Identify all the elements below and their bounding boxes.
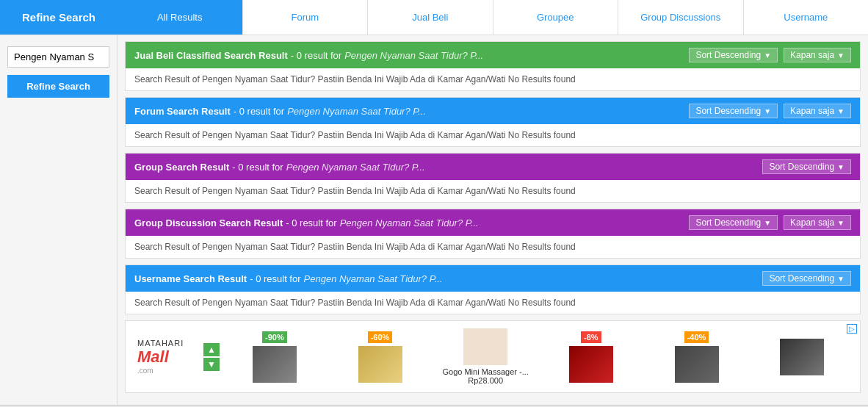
ad-sublabel-2: Gogo Mini Massager -... Rp28.000 — [442, 367, 528, 385]
ad-prev-button[interactable]: ▲ — [203, 343, 220, 356]
result-query-username: Pengen Nyaman Saat Tidur? P... — [304, 273, 763, 284]
ad-badge-1: -60% — [368, 331, 393, 343]
ad-img-0 — [253, 346, 297, 383]
result-zero-username: - 0 result for — [250, 273, 300, 284]
results-container: Jual Beli Classified Search Result - 0 r… — [125, 41, 861, 314]
result-header-jual-beli: Jual Beli Classified Search Result - 0 r… — [126, 42, 860, 68]
result-controls-jual-beli: Sort Descending ▼Kapan saja ▼ — [689, 48, 851, 62]
ad-icon: ▷ — [847, 324, 857, 334]
ad-item-3[interactable]: -8% — [540, 328, 642, 385]
sort-button-group-discussion[interactable]: Sort Descending ▼ — [689, 215, 778, 230]
nav-tab-username[interactable]: Username — [744, 0, 869, 35]
result-query-group: Pengen Nyaman Saat Tidur? P... — [286, 162, 763, 173]
ad-item-0[interactable]: -90% — [224, 328, 325, 385]
result-section-group: Group Search Result - 0 result for Penge… — [125, 153, 861, 203]
result-header-group-discussion: Group Discussion Search Result - 0 resul… — [126, 209, 860, 236]
result-header-username: Username Search Result - 0 result for Pe… — [126, 265, 860, 292]
result-zero-forum: - 0 result for — [234, 106, 284, 117]
matahari-logo: MATAHARI Mall .com — [133, 334, 199, 379]
result-title-group-discussion: Group Discussion Search Result — [134, 217, 283, 228]
sort-button-jual-beli[interactable]: Sort Descending ▼ — [689, 48, 778, 62]
ad-next-button[interactable]: ▼ — [203, 358, 220, 371]
result-controls-group: Sort Descending ▼ — [762, 159, 851, 174]
result-body-jual-beli: Search Result of Pengen Nyaman Saat Tidu… — [126, 68, 860, 90]
nav-tab-group-discussions[interactable]: Group Discussions — [618, 0, 744, 35]
main-content: Jual Beli Classified Search Result - 0 r… — [117, 35, 868, 405]
result-section-username: Username Search Result - 0 result for Pe… — [125, 264, 861, 314]
result-body-group-discussion: Search Result of Pengen Nyaman Saat Tidu… — [126, 236, 860, 258]
result-controls-username: Sort Descending ▼ — [762, 271, 851, 286]
result-body-username: Search Result of Pengen Nyaman Saat Tidu… — [126, 292, 860, 314]
mall-logo-text: Mall — [137, 347, 195, 367]
top-nav: Refine Search All ResultsForumJual BeliG… — [0, 0, 868, 35]
nav-tab-jual-beli[interactable]: Jual Beli — [368, 0, 493, 35]
ad-item-4[interactable]: -40% — [646, 328, 748, 385]
ad-item-2[interactable]: Gogo Mini Massager -... Rp28.000 — [435, 328, 536, 385]
matahari-dotcom: .com — [137, 367, 195, 375]
ad-items: -90%-60%Gogo Mini Massager -... Rp28.000… — [224, 328, 853, 385]
result-zero-group: - 0 result for — [232, 162, 283, 173]
result-controls-forum: Sort Descending ▼Kapan saja ▼ — [689, 104, 851, 118]
kapan-button-forum[interactable]: Kapan saja ▼ — [784, 104, 851, 118]
result-body-forum: Search Result of Pengen Nyaman Saat Tidu… — [126, 124, 860, 146]
kapan-button-jual-beli[interactable]: Kapan saja ▼ — [784, 48, 851, 62]
result-query-jual-beli: Pengen Nyaman Saat Tidur? P... — [344, 50, 689, 61]
nav-tabs: All ResultsForumJual BeliGroupeeGroup Di… — [117, 0, 868, 35]
ad-img-4 — [675, 346, 719, 383]
ad-img-5 — [780, 339, 824, 375]
result-zero-group-discussion: - 0 result for — [286, 217, 336, 228]
result-section-jual-beli: Jual Beli Classified Search Result - 0 r… — [125, 41, 861, 91]
sort-button-username[interactable]: Sort Descending ▼ — [762, 271, 851, 286]
result-section-forum: Forum Search Result - 0 result for Penge… — [125, 97, 861, 147]
ad-badge-3: -8% — [581, 331, 601, 343]
result-header-group: Group Search Result - 0 result for Penge… — [126, 154, 860, 180]
result-title-group: Group Search Result — [134, 162, 229, 173]
kapan-button-group-discussion[interactable]: Kapan saja ▼ — [784, 215, 851, 230]
sort-button-group[interactable]: Sort Descending ▼ — [762, 159, 851, 174]
result-body-group: Search Result of Pengen Nyaman Saat Tidu… — [126, 180, 860, 202]
nav-tab-all-results[interactable]: All Results — [117, 0, 243, 35]
result-title-username: Username Search Result — [134, 273, 247, 284]
result-header-forum: Forum Search Result - 0 result for Penge… — [126, 98, 860, 124]
refine-search-button[interactable]: Refine Search — [7, 75, 109, 98]
ad-img-2 — [463, 328, 507, 365]
sidebar: Refine Search — [0, 35, 117, 405]
result-query-group-discussion: Pengen Nyaman Saat Tidur? P... — [340, 217, 690, 228]
main-layout: Refine Search Jual Beli Classified Searc… — [0, 35, 868, 405]
sort-button-forum[interactable]: Sort Descending ▼ — [689, 104, 778, 118]
ad-item-1[interactable]: -60% — [330, 328, 431, 385]
result-title-forum: Forum Search Result — [134, 106, 231, 117]
ad-nav-arrows: ▲ ▼ — [203, 343, 220, 371]
ad-img-3 — [569, 346, 613, 383]
ad-item-5[interactable] — [751, 328, 853, 385]
ad-img-1 — [358, 346, 402, 383]
result-section-group-discussion: Group Discussion Search Result - 0 resul… — [125, 209, 861, 259]
nav-tab-groupee[interactable]: Groupee — [493, 0, 619, 35]
ad-badge-4: -40% — [684, 331, 709, 343]
matahari-text: MATAHARI — [137, 339, 195, 347]
result-title-jual-beli: Jual Beli Classified Search Result — [134, 50, 288, 61]
refine-search-label: Refine Search — [0, 0, 117, 35]
nav-tab-forum[interactable]: Forum — [243, 0, 369, 35]
result-query-forum: Pengen Nyaman Saat Tidur? P... — [287, 106, 689, 117]
ad-banner: ▷ MATAHARI Mall .com ▲ ▼ -90%-60%Gogo Mi… — [125, 320, 861, 393]
ad-badge-0: -90% — [262, 331, 287, 343]
result-controls-group-discussion: Sort Descending ▼Kapan saja ▼ — [689, 215, 851, 230]
search-input[interactable] — [7, 46, 109, 68]
result-zero-jual-beli: - 0 result for — [291, 50, 341, 61]
